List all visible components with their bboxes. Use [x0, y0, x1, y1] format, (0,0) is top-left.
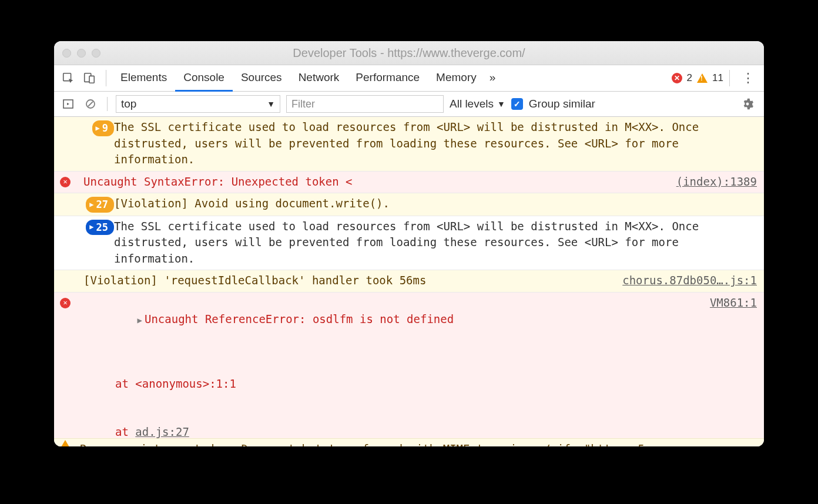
tab-network[interactable]: Network: [290, 65, 348, 92]
message-text: Uncaught ReferenceError: osdlfm is not d…: [145, 313, 454, 325]
tab-memory[interactable]: Memory: [428, 65, 485, 92]
message-text: The SSL certificate used to load resourc…: [114, 219, 758, 267]
device-toolbar-icon[interactable]: [79, 68, 100, 89]
context-selector[interactable]: top ▼: [116, 95, 280, 113]
message-group-pill[interactable]: ▶ 25: [86, 220, 114, 236]
levels-label: All levels: [450, 98, 494, 110]
error-badge-icon: ✕: [672, 73, 682, 83]
console-message[interactable]: ✕ ▶Uncaught ReferenceError: osdlfm is no…: [54, 293, 764, 446]
console-message[interactable]: ✕ Uncaught SyntaxError: Unexpected token…: [54, 172, 764, 194]
tab-performance[interactable]: Performance: [347, 65, 428, 92]
devtools-window: Developer Tools - https://www.theverge.c…: [54, 41, 764, 446]
toggle-sidebar-icon[interactable]: [60, 93, 76, 115]
tab-elements[interactable]: Elements: [112, 65, 175, 92]
expand-icon[interactable]: ▶: [138, 315, 145, 325]
close-window-icon[interactable]: [62, 49, 71, 58]
console-settings-icon[interactable]: [737, 93, 758, 115]
context-value: top: [121, 98, 136, 110]
console-message[interactable]: [Violation] 'requestIdleCallback' handle…: [54, 270, 764, 293]
error-warning-summary[interactable]: ✕ 2 11: [672, 72, 723, 84]
message-source-link[interactable]: chorus.87db050….js:1: [622, 273, 757, 289]
warning-count: 11: [712, 72, 723, 84]
message-group-pill[interactable]: ▶ 9: [92, 120, 114, 136]
group-count: 27: [96, 197, 108, 212]
error-count: 2: [687, 72, 692, 84]
message-group-pill[interactable]: ▶ 27: [86, 197, 114, 213]
clear-console-icon[interactable]: [82, 93, 99, 115]
console-message[interactable]: ▶ 25 The SSL certificate used to load re…: [54, 216, 764, 271]
tabs-overflow-button[interactable]: »: [485, 65, 501, 92]
settings-kebab-icon[interactable]: ⋮: [736, 70, 760, 86]
message-source-link[interactable]: VM861:1: [710, 295, 757, 311]
separator: [106, 70, 106, 86]
console-messages[interactable]: ▶ 9 The SSL certificate used to load res…: [54, 117, 764, 446]
svg-point-5: [746, 103, 749, 106]
separator: [107, 97, 108, 111]
window-title: Developer Tools - https://www.theverge.c…: [54, 46, 764, 60]
message-text: Uncaught SyntaxError: Unexpected token <: [83, 174, 758, 190]
tab-sources[interactable]: Sources: [233, 65, 290, 92]
expand-icon: ▶: [89, 200, 93, 210]
expand-icon: ▶: [96, 123, 100, 133]
console-message-partial: Resource interpreted as Document but tra…: [54, 438, 764, 446]
message-source-link[interactable]: (index):1389: [676, 174, 757, 190]
inspect-element-icon[interactable]: [58, 68, 79, 89]
tab-console[interactable]: Console: [175, 65, 233, 92]
stack-frame: at <anonymous>:1:1: [115, 376, 758, 392]
error-icon: ✕: [60, 298, 71, 308]
group-count: 25: [96, 220, 108, 235]
error-icon: ✕: [60, 177, 71, 187]
svg-rect-2: [89, 76, 94, 83]
titlebar: Developer Tools - https://www.theverge.c…: [54, 41, 764, 65]
warning-badge-icon: [697, 73, 708, 83]
traffic-lights: [54, 49, 100, 58]
filter-input[interactable]: [286, 95, 444, 113]
stack-trace: at <anonymous>:1:1 at ad.js:27 at new Pr…: [83, 344, 758, 446]
message-text: [Violation] Avoid using document.write()…: [114, 196, 758, 213]
chevron-down-icon: ▼: [497, 99, 505, 109]
console-message[interactable]: ▶ 9 The SSL certificate used to load res…: [54, 117, 764, 172]
message-text: The SSL certificate used to load resourc…: [114, 119, 758, 168]
log-level-selector[interactable]: All levels ▼: [450, 98, 505, 110]
expand-icon: ▶: [89, 222, 93, 232]
group-count: 9: [102, 121, 108, 136]
console-toolbar: top ▼ All levels ▼ ✓ Group similar: [54, 92, 764, 117]
message-text: Resource interpreted as Document but tra…: [80, 442, 645, 446]
panels-tabbar: Elements Console Sources Network Perform…: [54, 65, 764, 92]
console-message[interactable]: ▶ 27 [Violation] Avoid using document.wr…: [54, 193, 764, 216]
zoom-window-icon[interactable]: [92, 49, 100, 58]
warning-icon: [61, 440, 69, 446]
separator: [729, 70, 730, 86]
chevron-down-icon: ▼: [267, 99, 275, 109]
stack-link[interactable]: ad.js:27: [135, 425, 189, 438]
group-similar-label: Group similar: [529, 98, 595, 110]
group-similar-checkbox[interactable]: ✓: [511, 98, 523, 110]
minimize-window-icon[interactable]: [77, 49, 86, 58]
